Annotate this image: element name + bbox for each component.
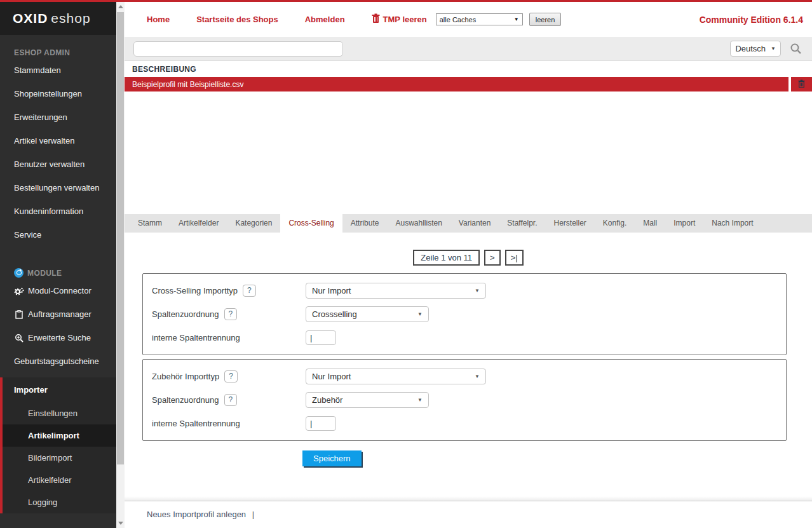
tab-import[interactable]: Import: [665, 214, 703, 233]
zubehoer-importtyp-select[interactable]: Nur Import ▼: [306, 369, 486, 384]
search-input[interactable]: [133, 41, 343, 57]
tab-cross-selling[interactable]: Cross-Selling: [280, 214, 342, 233]
field-label: Zubehör Importtyp ?: [152, 370, 306, 382]
nav-shop-start-link[interactable]: Startseite des Shops: [196, 15, 278, 24]
zubehoer-spaltenzuordnung-select[interactable]: Zubehör ▼: [306, 392, 429, 408]
dropdown-arrow-icon: ▼: [417, 311, 423, 317]
header-bar: Home Startseite des Shops Abmelden TMP l…: [125, 2, 812, 37]
tab-nach-import[interactable]: Nach Import: [703, 214, 761, 233]
tab-mall[interactable]: Mall: [635, 214, 665, 233]
search-icon[interactable]: [790, 43, 802, 55]
tab-stamm[interactable]: Stamm: [130, 214, 170, 233]
footer-shadow: [125, 496, 812, 501]
sidebar-item-shopeinstellungen[interactable]: Shopeinstellungen: [0, 82, 116, 105]
trash-icon: [798, 79, 805, 90]
field-label: interne Spaltentrennung: [152, 419, 306, 428]
oxid-eshop-logo: OXID eshop: [0, 2, 116, 35]
importer-group: Importer Einstellungen Artikelimport Bil…: [0, 377, 116, 513]
crossselling-importtyp-select[interactable]: Nur Import ▼: [306, 283, 486, 299]
pagination-last-button[interactable]: >|: [505, 250, 524, 266]
form-row: Zubehör Importtyp ? Nur Import ▼: [143, 365, 786, 388]
tab-kategorien[interactable]: Kategorien: [227, 214, 280, 233]
trash-icon: [372, 13, 380, 25]
gears-icon: [14, 287, 24, 295]
search-plus-icon: [14, 334, 24, 342]
cache-select-dropdown[interactable]: alle Caches ▼: [436, 13, 523, 25]
tab-varianten[interactable]: Varianten: [450, 214, 499, 233]
tab-hersteller[interactable]: Hersteller: [546, 214, 595, 233]
logo-text-light: eshop: [51, 11, 90, 26]
tab-artikelfelder[interactable]: Artikelfelder: [170, 214, 227, 233]
nav-logout-link[interactable]: Abmelden: [305, 15, 345, 24]
search-bar: Deutsch ▼: [125, 37, 812, 60]
nav-home-link[interactable]: Home: [147, 15, 170, 24]
sidebar-scrollbar[interactable]: [116, 2, 125, 528]
sidebar-item-modul-connector[interactable]: Modul-Connector: [0, 279, 116, 302]
dropdown-arrow-icon: ▼: [514, 17, 519, 22]
help-button[interactable]: ?: [224, 394, 238, 406]
help-button[interactable]: ?: [224, 308, 238, 320]
tmp-clear-link[interactable]: TMP leeren: [372, 13, 427, 25]
sidebar-subitem-logging[interactable]: Logging: [3, 491, 116, 513]
scrollbar-thumb[interactable]: [117, 12, 124, 464]
pagination-next-button[interactable]: >: [484, 250, 501, 266]
sidebar-item-erweiterungen[interactable]: Erweiterungen: [0, 105, 116, 129]
field-label: Spaltenzuordnung ?: [152, 308, 306, 320]
cache-clear-button[interactable]: leeren: [529, 13, 562, 26]
field-label: interne Spaltentrennung: [152, 333, 306, 342]
edition-label: Community Edition 6.1.4: [700, 15, 803, 25]
field-label: Cross-Selling Importtyp ?: [152, 285, 306, 297]
sidebar-item-importer[interactable]: Importer: [3, 377, 116, 402]
profile-row-label[interactable]: Beispielprofil mit Beispielliste.csv: [125, 77, 788, 91]
sidebar-item-erweiterte-suche[interactable]: Erweiterte Suche: [0, 326, 116, 349]
sidebar-item-stammdaten[interactable]: Stammdaten: [0, 58, 116, 82]
help-button[interactable]: ?: [243, 285, 256, 297]
dropdown-arrow-icon: ▼: [475, 288, 480, 294]
tab-staffelpr[interactable]: Staffelpr.: [499, 214, 545, 233]
field-label: Spaltenzuordnung ?: [152, 394, 306, 406]
content-spacer: [125, 91, 812, 214]
sidebar-item-bestellungen-verwalten[interactable]: Bestellungen verwalten: [0, 176, 116, 200]
tab-konfig[interactable]: Konfig.: [595, 214, 635, 233]
crossselling-spaltentrennung-input[interactable]: [306, 330, 336, 345]
form-row: interne Spaltentrennung: [143, 412, 786, 435]
sidebar-item-kundeninformation[interactable]: Kundeninformation: [0, 200, 116, 223]
sidebar-section-module: MODULE: [0, 255, 116, 279]
tmp-clear-label: TMP leeren: [383, 15, 427, 24]
sidebar-item-auftragsmanager[interactable]: Auftragsmanager: [0, 302, 116, 326]
sidebar-item-service[interactable]: Service: [0, 223, 116, 247]
form-row: Spaltenzuordnung ? Crossselling ▼: [143, 302, 786, 326]
delete-profile-button[interactable]: [791, 77, 812, 91]
sidebar-item-benutzer-verwalten[interactable]: Benutzer verwalten: [0, 152, 116, 176]
logo-text-bold: OXID: [13, 11, 48, 26]
tab-auswahllisten[interactable]: Auswahllisten: [387, 214, 450, 233]
footer: Neues Importprofil anlegen |: [125, 496, 812, 528]
help-button[interactable]: ?: [224, 370, 238, 382]
crossselling-settings-box: Cross-Selling Importtyp ? Nur Import ▼ S…: [142, 273, 787, 355]
sidebar-subitem-bilderimport[interactable]: Bilderimport: [3, 447, 116, 469]
new-import-profile-link[interactable]: Neues Importprofil anlegen: [147, 510, 246, 519]
clipboard-icon: [14, 310, 24, 319]
tab-attribute[interactable]: Attribute: [342, 214, 388, 233]
zubehoer-spaltentrennung-input[interactable]: [306, 416, 336, 431]
main-content: Home Startseite des Shops Abmelden TMP l…: [125, 2, 812, 528]
footer-inner: Neues Importprofil anlegen |: [125, 501, 812, 528]
form-row: interne Spaltentrennung: [143, 326, 786, 349]
save-button[interactable]: Speichern: [302, 450, 362, 466]
list-column-header: BESCHREIBUNG: [125, 60, 812, 77]
module-icon: [14, 268, 24, 278]
dropdown-arrow-icon: ▼: [417, 397, 423, 403]
crossselling-spaltenzuordnung-select[interactable]: Crossselling ▼: [306, 306, 429, 322]
pagination-status: Zeile 1 von 11: [413, 250, 480, 266]
dropdown-arrow-icon: ▼: [771, 46, 776, 51]
language-select-dropdown[interactable]: Deutsch ▼: [730, 41, 781, 57]
sidebar-subitem-artikelfelder[interactable]: Artikelfelder: [3, 469, 116, 491]
sidebar-section-eshop-admin: ESHOP ADMIN: [0, 35, 116, 58]
form-area: Cross-Selling Importtyp ? Nur Import ▼ S…: [125, 266, 812, 466]
sidebar-item-artikel-verwalten[interactable]: Artikel verwalten: [0, 129, 116, 152]
sidebar-subitem-einstellungen[interactable]: Einstellungen: [3, 402, 116, 424]
scroll-down-arrow-icon[interactable]: [118, 522, 123, 525]
scroll-up-arrow-icon[interactable]: [118, 5, 123, 8]
sidebar-item-geburtstagsgutscheine[interactable]: Geburtstagsgutscheine: [0, 349, 116, 373]
sidebar-subitem-artikelimport[interactable]: Artikelimport: [3, 424, 116, 447]
